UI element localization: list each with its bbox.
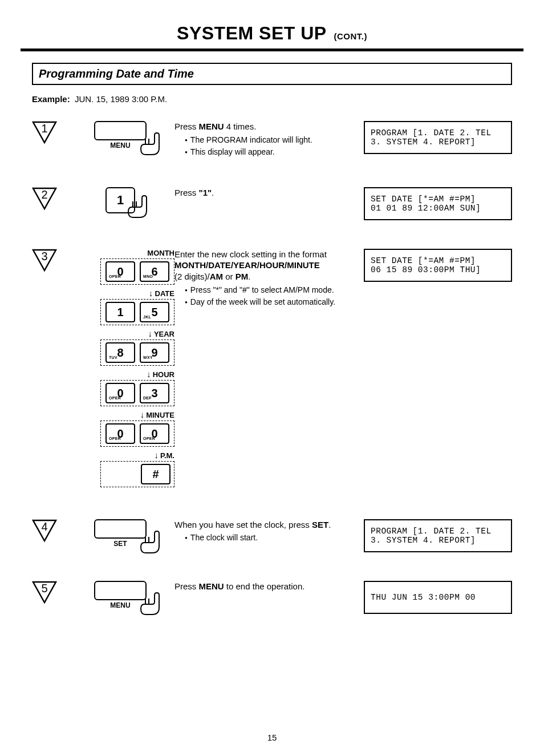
lcd-display: THU JUN 15 3:00PM 00 <box>364 581 512 614</box>
svg-text:3: 3 <box>41 250 47 262</box>
keypad-row: 1JKL5 <box>100 299 174 325</box>
menu-key-icon: MENU <box>94 121 147 149</box>
keypad-row: OPER0OPER0 <box>100 421 174 447</box>
page-number: 15 <box>0 733 544 742</box>
keypad-key: JKL5 <box>140 302 169 322</box>
step-3-bullets: Press "*" and "#" to select AM/PM mode. … <box>185 285 352 308</box>
keypad-row: TUV8WXY9 <box>100 339 174 366</box>
keypad-key: OPER0 <box>105 383 135 403</box>
step-triangle-icon: 4 <box>32 519 57 542</box>
keypad-group: MONTHOPER0MNO6 <box>100 249 174 285</box>
example-line: Example: JUN. 15, 1989 3:00 P.M. <box>32 94 512 104</box>
step-3-text: Enter the new clock setting in the forma… <box>174 249 352 282</box>
keypad-group: ↓P.M.# <box>100 450 174 487</box>
step-5-text: Press MENU to end the operation. <box>174 581 352 592</box>
keypad-key: OPER0 <box>105 423 135 444</box>
keypad-sequence: MONTHOPER0MNO6↓DATE1JKL5↓YEARTUV8WXY9↓HO… <box>100 249 174 491</box>
keypad-key: OPER0 <box>140 423 169 444</box>
step-triangle-icon: 5 <box>32 581 57 604</box>
step-2-text: Press "1". <box>174 187 352 199</box>
example-value: JUN. 15, 1989 3:00 P.M. <box>75 94 167 104</box>
keypad-group: ↓DATE1JKL5 <box>100 288 174 325</box>
keypad-group-title: ↓P.M. <box>100 450 174 460</box>
svg-text:1: 1 <box>41 122 47 135</box>
svg-text:2: 2 <box>41 188 47 201</box>
keypad-group-title: ↓YEAR <box>100 329 174 338</box>
page-title: SYSTEM SET UP (CONT.) <box>32 23 512 44</box>
title-cont: (CONT.) <box>334 31 367 41</box>
lcd-display: SET DATE [*=AM #=PM] 01 01 89 12:00AM SU… <box>364 187 512 220</box>
keypad-key: WXY9 <box>140 342 169 363</box>
keypad-group: ↓YEARTUV8WXY9 <box>100 329 174 366</box>
keypad-row: # <box>100 461 174 487</box>
step-triangle-icon: 1 <box>32 121 57 144</box>
section-title: Programming Date and Time <box>39 67 505 80</box>
title-main: SYSTEM SET UP <box>177 23 326 43</box>
keypad-group-title: ↓MINUTE <box>100 410 174 419</box>
lcd-display: PROGRAM [1. DATE 2. TEL 3. SYSTEM 4. REP… <box>364 519 512 552</box>
hand-icon <box>137 530 165 557</box>
svg-text:5: 5 <box>41 582 47 595</box>
down-arrow-icon: ↓ <box>149 288 153 298</box>
hand-icon <box>137 592 165 618</box>
keypad-key: 1 <box>105 302 135 322</box>
menu-key-icon: MENU <box>94 581 147 609</box>
step-4-text: When you have set the clock, press SET. <box>174 519 352 531</box>
down-arrow-icon: ↓ <box>140 410 145 419</box>
keypad-group: ↓MINUTEOPER0OPER0 <box>100 410 174 447</box>
digit-1-key-icon: 1 <box>105 187 135 213</box>
keypad-key: DEF3 <box>140 383 169 403</box>
step-4: 4 SET When you have set the clock, press… <box>32 519 512 552</box>
down-arrow-icon: ↓ <box>154 450 159 460</box>
step-triangle-icon: 2 <box>32 187 57 210</box>
section-heading-box: Programming Date and Time <box>32 63 512 85</box>
keypad-key: TUV8 <box>105 342 135 363</box>
keypad-key: OPER0 <box>105 261 135 282</box>
lcd-display: PROGRAM [1. DATE 2. TEL 3. SYSTEM 4. REP… <box>364 121 512 154</box>
step-4-bullets: The clock will start. <box>185 532 352 543</box>
step-1-text: Press MENU 4 times. <box>174 121 352 132</box>
step-2: 2 1 Press "1". SET DATE [*=AM #=PM] 01 0… <box>32 187 512 220</box>
title-rule <box>21 48 523 51</box>
hand-icon <box>137 132 165 159</box>
keypad-group-title: ↓HOUR <box>100 369 174 379</box>
set-key-icon: SET <box>94 519 147 548</box>
keypad-row: OPER0DEF3 <box>100 380 174 406</box>
keypad-group-title: MONTH <box>100 249 174 257</box>
keypad-row: OPER0MNO6 <box>100 258 174 285</box>
keypad-key: # <box>141 464 170 484</box>
step-1: 1 MENU Press MENU 4 times. The PROGRAM i… <box>32 121 512 159</box>
hand-icon <box>125 195 152 221</box>
keypad-group: ↓HOUROPER0DEF3 <box>100 369 174 406</box>
keypad-group-title: ↓DATE <box>100 288 174 298</box>
down-arrow-icon: ↓ <box>148 329 152 338</box>
step-5: 5 MENU Press MENU to end the operation. … <box>32 581 512 614</box>
svg-text:4: 4 <box>41 520 47 533</box>
lcd-display: SET DATE [*=AM #=PM] 06 15 89 03:00PM TH… <box>364 249 512 282</box>
keypad-key: MNO6 <box>140 261 169 282</box>
step-triangle-icon: 3 <box>32 249 57 272</box>
step-1-bullets: The PROGRAM indicator will light. This d… <box>185 135 352 157</box>
example-label: Example: <box>32 94 70 104</box>
down-arrow-icon: ↓ <box>147 369 151 379</box>
step-3: 3 MONTHOPER0MNO6↓DATE1JKL5↓YEARTUV8WXY9↓… <box>32 249 512 491</box>
